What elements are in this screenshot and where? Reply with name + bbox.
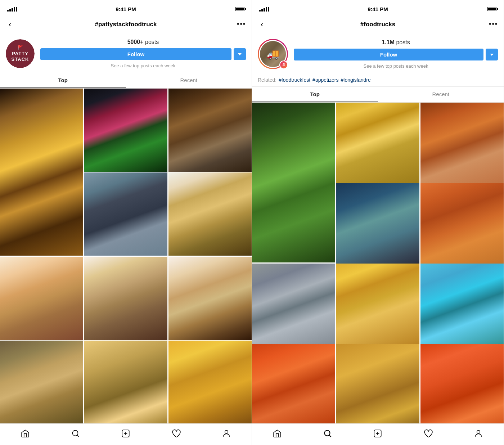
- grid-cell-r10[interactable]: [336, 344, 419, 424]
- signal-dots-left: [7, 7, 17, 12]
- grid-cell-5[interactable]: [168, 172, 252, 256]
- grid-cell-7[interactable]: [84, 257, 167, 340]
- dropdown-arrow-left: [238, 53, 242, 55]
- status-bar-left: 9:41 PM: [0, 0, 252, 16]
- heart-icon-right[interactable]: [422, 427, 434, 440]
- hashtag-header-left: 🚩 PATTYSTACK 5000+ posts Follow See a fe…: [0, 33, 252, 73]
- status-right-left: [235, 7, 244, 11]
- battery-icon-left: [235, 7, 244, 11]
- grid-cell-r8[interactable]: [420, 264, 504, 347]
- profile-icon-left[interactable]: [220, 427, 233, 440]
- grid-cell-r9[interactable]: [252, 344, 335, 424]
- add-icon-left[interactable]: [120, 427, 132, 440]
- profile-icon-right[interactable]: [472, 427, 485, 440]
- left-phone-panel: 9:41 PM ‹ #pattystackfoodtruck ••• 🚩 PAT…: [0, 0, 252, 445]
- status-time-right: 9:41 PM: [368, 6, 388, 12]
- follow-dropdown-left[interactable]: [234, 48, 246, 60]
- grid-cell-8[interactable]: [168, 257, 252, 340]
- follow-button-left[interactable]: Follow: [40, 48, 231, 60]
- photo-grid-right: [252, 103, 504, 423]
- grid-cell-9[interactable]: [0, 341, 83, 423]
- tab-recent-right[interactable]: Recent: [378, 87, 504, 102]
- tab-top-left[interactable]: Top: [0, 73, 126, 88]
- home-icon-right[interactable]: [271, 427, 283, 440]
- nav-bar-left: ‹ #pattystackfoodtruck •••: [0, 16, 252, 33]
- status-time-left: 9:41 PM: [116, 6, 136, 12]
- dropdown-arrow-right: [490, 54, 494, 56]
- grid-cell-4[interactable]: [84, 172, 167, 256]
- nav-bar-right: ‹ #foodtrucks •••: [252, 16, 504, 33]
- post-count-right: 1.1M posts: [294, 39, 498, 46]
- tab-top-right[interactable]: Top: [252, 87, 378, 102]
- grid-cell-r6[interactable]: [252, 264, 335, 347]
- status-bar-right: 9:41 PM: [252, 0, 504, 16]
- nav-title-left: #pattystackfoodtruck: [95, 21, 157, 28]
- grid-cell-r1[interactable]: [252, 103, 335, 262]
- grid-cell-11[interactable]: [168, 341, 252, 423]
- related-tag-3[interactable]: #longislandre: [341, 77, 370, 83]
- search-icon-left[interactable]: [69, 427, 82, 440]
- status-right-right: [487, 7, 496, 11]
- more-button-left[interactable]: •••: [237, 21, 246, 28]
- patty-stack-avatar: 🚩 PATTYSTACK: [6, 39, 35, 68]
- back-button-right[interactable]: ‹: [258, 18, 266, 31]
- related-tag-1[interactable]: #foodtruckfest: [279, 77, 310, 83]
- grid-cell-r7[interactable]: [336, 264, 419, 347]
- photo-grid-left: [0, 89, 252, 423]
- avatar-text: PATTYSTACK: [12, 51, 29, 62]
- grid-cell-r4[interactable]: [336, 183, 419, 266]
- follow-row-left: Follow: [40, 48, 246, 60]
- nav-title-right: #foodtrucks: [360, 21, 395, 28]
- related-tag-2[interactable]: #appetizers: [312, 77, 338, 83]
- related-bar: Related: #foodtruckfest #appetizers #lon…: [252, 73, 504, 87]
- tabs-bar-right: Top Recent: [252, 87, 504, 103]
- home-icon-left[interactable]: [19, 427, 31, 440]
- grid-cell-r2[interactable]: [336, 103, 419, 186]
- battery-icon-right: [487, 7, 496, 11]
- hashtag-badge-icon: #: [279, 60, 288, 69]
- see-few-left: See a few top posts each week: [40, 63, 246, 68]
- add-icon-right[interactable]: [372, 427, 384, 440]
- signal-dots-right: [259, 7, 269, 12]
- post-count-left: 5000+ posts: [40, 39, 246, 45]
- follow-button-right[interactable]: Follow: [294, 49, 483, 60]
- grid-cell-6[interactable]: [0, 257, 83, 340]
- bottom-nav-left: [0, 423, 252, 445]
- svg-point-0: [72, 430, 78, 436]
- svg-point-2: [225, 430, 228, 433]
- grid-cell-10[interactable]: [84, 341, 167, 423]
- search-icon-right[interactable]: [321, 427, 334, 440]
- hashtag-header-right: # 1.1M posts Follow See a few top posts …: [252, 33, 504, 73]
- heart-icon-left[interactable]: [170, 427, 182, 440]
- see-few-right: See a few top posts each week: [294, 63, 498, 69]
- avatar-ring-right: #: [258, 39, 288, 69]
- hashtag-info-left: 5000+ posts Follow See a few top posts e…: [40, 39, 246, 68]
- more-button-right[interactable]: •••: [489, 21, 498, 28]
- avatar-left: 🚩 PATTYSTACK: [6, 39, 35, 68]
- grid-cell-1[interactable]: [0, 89, 83, 256]
- grid-cell-r3[interactable]: [420, 103, 504, 186]
- back-button-left[interactable]: ‹: [6, 18, 14, 31]
- bottom-nav-right: [252, 423, 504, 445]
- avatar-flag-icon: 🚩: [18, 45, 23, 50]
- grid-cell-r11[interactable]: [420, 344, 504, 424]
- grid-cell-3[interactable]: [168, 89, 252, 172]
- follow-dropdown-right[interactable]: [486, 49, 498, 60]
- tab-recent-left[interactable]: Recent: [126, 73, 252, 88]
- right-phone-panel: 9:41 PM ‹ #foodtrucks ••• # 1.1M posts F…: [252, 0, 504, 445]
- svg-point-5: [477, 430, 480, 433]
- grid-cell-2[interactable]: [84, 89, 167, 172]
- grid-cell-r5[interactable]: [420, 183, 504, 266]
- svg-point-3: [324, 430, 330, 436]
- hashtag-info-right: 1.1M posts Follow See a few top posts ea…: [294, 39, 498, 69]
- follow-row-right: Follow: [294, 49, 498, 60]
- tabs-bar-left: Top Recent: [0, 73, 252, 89]
- related-label: Related:: [258, 77, 276, 83]
